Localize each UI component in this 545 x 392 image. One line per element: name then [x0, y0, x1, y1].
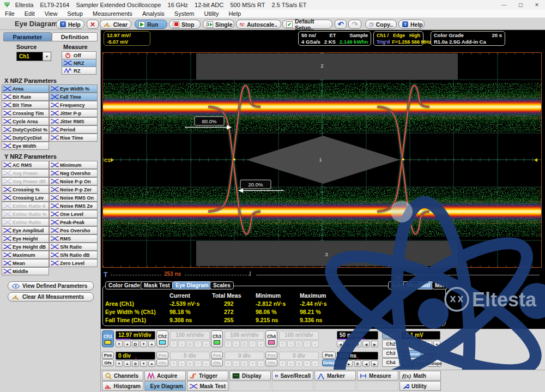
trigger-slope-bislope-button[interactable]: Bislope — [427, 359, 441, 367]
menu-system[interactable]: System — [169, 10, 199, 17]
trigger-freerun-button[interactable]: Freerun — [401, 350, 422, 358]
spin-down-button[interactable]: ▼ — [401, 341, 408, 347]
tab-histogram[interactable]: Histogram — [102, 381, 143, 391]
param-button-peak-peak[interactable]: Peak-Peak — [49, 218, 98, 226]
param-button-eye-amplitud[interactable]: Eye Amplitud — [2, 226, 49, 234]
param-button-dutycycdist-[interactable]: DutyCycDist % — [2, 125, 49, 134]
param-button-zero-level[interactable]: Zero Level — [49, 259, 98, 267]
tab-mask-test-bottom[interactable]: Mask Test — [187, 381, 228, 391]
param-button-jitter-rms[interactable]: Jitter RMS — [49, 117, 98, 125]
panel-close-button[interactable]: ✕ — [87, 20, 99, 29]
measure-rz-button[interactable]: RZ — [62, 67, 96, 75]
tab-eye-diagram-bottom[interactable]: Eye Diagram — [144, 381, 186, 391]
close-button[interactable]: ✕ — [529, 0, 545, 10]
menu-setup[interactable]: Setup — [62, 10, 88, 17]
default-setup-button[interactable]: ✔ Default Setup.. — [282, 20, 332, 29]
view-defined-parameters-button[interactable]: View Defined Parameters — [8, 281, 94, 291]
param-button-minimum[interactable]: Minimum — [49, 161, 98, 169]
tab-save-recall[interactable]: Save/Recall — [272, 371, 313, 381]
redo-button[interactable]: ↷ — [348, 20, 361, 29]
tab-parameter[interactable]: Parameter — [3, 32, 52, 41]
timebase-pos-button[interactable]: Pos — [322, 352, 336, 359]
ch2-button[interactable]: Ch2 — [156, 330, 168, 347]
param-button-period[interactable]: Period — [49, 125, 98, 134]
clear-all-measurements-button[interactable]: Clear All Measurements — [8, 292, 94, 301]
channel-ground-marker[interactable]: C1 — [104, 158, 111, 163]
param-button-crossing-tim[interactable]: Crossing Tim — [2, 109, 49, 117]
spin-left-button[interactable]: ◀ — [362, 341, 370, 347]
param-button-eye-height[interactable]: Eye Height — [2, 234, 49, 243]
spin-left-button[interactable]: ◀ — [337, 341, 344, 347]
copy-button[interactable]: Copy.. — [365, 20, 397, 29]
minimize-button[interactable]: — — [496, 0, 512, 10]
tab-scales[interactable]: Scales — [210, 281, 234, 290]
run-button[interactable]: Run — [135, 20, 167, 29]
param-button-neg-oversho[interactable]: Neg Oversho — [49, 169, 98, 177]
param-button-pos-oversho[interactable]: Pos Oversho — [49, 226, 98, 234]
param-button-one-level[interactable]: One Level — [49, 210, 98, 218]
param-button-frequency[interactable]: Frequency — [49, 101, 98, 109]
param-button-dutycycdist[interactable]: DutyCycDist — [2, 134, 49, 142]
param-button-bit-rate[interactable]: Bit Rate — [2, 93, 49, 101]
tab-math[interactable]: f(x) Math — [399, 371, 441, 381]
measure-off-button[interactable]: Off — [62, 51, 96, 59]
param-button-bit-time[interactable]: Bit Time — [2, 101, 49, 109]
menu-help[interactable]: Help — [223, 10, 246, 17]
view-mid-button[interactable]: Mid — [417, 281, 433, 290]
param-button-noise-p-p-zer[interactable]: Noise P-p Zer — [49, 185, 98, 194]
spin-up-button[interactable]: ▲ — [124, 341, 131, 347]
param-button-ac-rms[interactable]: AC RMS — [2, 161, 49, 169]
param-button-rms[interactable]: RMS — [49, 234, 98, 243]
param-button-jitter-p-p[interactable]: Jitter P-p — [49, 109, 98, 117]
interval-marker[interactable]: I — [249, 270, 251, 278]
spin-right-button[interactable]: ▶ — [346, 341, 353, 347]
chevron-down-icon[interactable]: ▼ — [43, 52, 51, 61]
param-button-maximum[interactable]: Maximum — [2, 251, 49, 259]
tab-display[interactable]: Display — [229, 371, 271, 381]
help-button[interactable]: ? Help — [398, 20, 425, 29]
autoscale-button[interactable]: Autoscale.. — [236, 20, 281, 29]
trigger-source-ch4[interactable]: Ch4 — [382, 358, 399, 367]
spin-down-button[interactable]: ▼ — [140, 341, 147, 347]
trigger-source-ch1[interactable]: Ch1 — [382, 330, 399, 339]
param-button-eye-height-db[interactable]: Eye Height dB — [2, 243, 49, 251]
trigger-slope-pos-button[interactable]: Pos — [401, 359, 414, 367]
param-button-noise-p-p-on[interactable]: Noise P-p On — [49, 177, 98, 185]
tab-definition[interactable]: Definition — [52, 32, 98, 41]
spin-right-button[interactable]: ▶ — [371, 341, 378, 347]
menu-measurements[interactable]: Measurements — [88, 10, 137, 17]
menu-utility[interactable]: Utility — [199, 10, 224, 17]
ch1-pos-button[interactable]: Pos — [102, 352, 114, 359]
tab-mask-test[interactable]: Mask Test — [141, 281, 173, 290]
menu-view[interactable]: View — [40, 10, 63, 17]
trigger-slope-neg-button[interactable]: Neg — [414, 359, 427, 367]
trigger-source-ch2[interactable]: Ch2 — [382, 340, 399, 348]
spin-down-button[interactable]: ▼ — [116, 360, 123, 367]
spin-up-button[interactable]: ▲ — [433, 341, 440, 347]
spin-zero-button[interactable]: 0 — [132, 360, 139, 367]
spin-zero-button[interactable]: 0 — [417, 341, 425, 347]
spin-up-button[interactable]: ▲ — [409, 341, 416, 347]
clear-button[interactable]: Clear — [100, 20, 131, 29]
source-select[interactable]: Ch1 ▼ — [16, 52, 51, 61]
panel-help-button[interactable]: ? Help — [56, 20, 84, 29]
tab-trigger[interactable]: Trigger — [187, 371, 228, 381]
measure-nrz-button[interactable]: NRZ — [62, 59, 96, 67]
view-min-button[interactable]: Min — [432, 281, 447, 290]
param-button-mean[interactable]: Mean — [2, 259, 49, 267]
param-button-s-n-ratio[interactable]: S/N Ratio — [49, 243, 98, 251]
spin-down-button[interactable]: ▼ — [425, 341, 432, 347]
ch3-button[interactable]: Ch3 — [211, 330, 223, 347]
spin-d-button[interactable]: D — [354, 341, 361, 347]
spin-right-button[interactable]: ▶ — [346, 360, 353, 367]
trigger-source-ch3[interactable]: Ch3 — [382, 349, 399, 358]
param-button-s-n-ratio-db[interactable]: S/N Ratio dB — [49, 251, 98, 259]
tab-acquire[interactable]: Acquire — [144, 371, 186, 381]
spin-up-button[interactable]: ▲ — [148, 360, 155, 367]
param-button-area[interactable]: Area — [2, 85, 49, 93]
trigger-time-marker[interactable]: T — [104, 271, 107, 279]
spin-d-button[interactable]: D — [132, 341, 139, 347]
spin-left-button[interactable]: ◀ — [362, 360, 370, 367]
menu-file[interactable]: File — [0, 10, 20, 17]
maximize-button[interactable]: ▢ — [512, 0, 529, 10]
